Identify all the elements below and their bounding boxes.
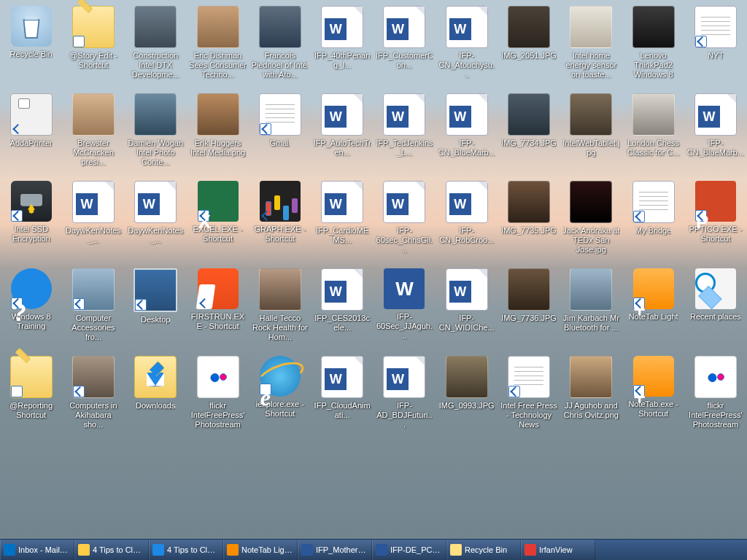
ifp-cn-atouchysu[interactable]: WIFP-CN_Atouchysu... bbox=[436, 0, 498, 88]
taskbar[interactable]: Inbox - Mailbox...4 Tips to Clean ...4 T… bbox=[0, 539, 747, 560]
francois-piednoel-icon bbox=[259, 6, 301, 48]
jim-karbach[interactable]: Jim Karbach Mr Bluetooth for ... bbox=[560, 262, 622, 350]
recent-places[interactable]: Recent places bbox=[684, 262, 746, 350]
add-a-printer[interactable]: AddaPrinter bbox=[0, 88, 62, 175]
ifp-cn-robcroo[interactable]: WIFP-CN_RobCroo... bbox=[436, 175, 498, 262]
ifp-40th-penang[interactable]: WIFP_40thPenang_I... bbox=[311, 0, 373, 88]
ifp-cardiomems[interactable]: WIFP_CardioMEMS... bbox=[311, 175, 373, 262]
intel-home-energy[interactable]: Intel home energy sensor on toaste... bbox=[560, 0, 622, 88]
francois-piednoel[interactable]: Francois Piednoel of Intel with Ato... bbox=[249, 0, 311, 88]
dayw-ken-notes1[interactable]: WDaywKenNotes_... bbox=[62, 175, 124, 262]
tb-outlook[interactable]: Inbox - Mailbox... bbox=[0, 540, 74, 560]
windows8-training-icon bbox=[11, 268, 52, 309]
flickr-ifp[interactable]: flickr IntelFreePress' Photostream bbox=[187, 350, 249, 438]
construction-intel[interactable]: Construction Intel DTX Developme... bbox=[125, 0, 187, 88]
intelwebtablet[interactable]: IntelWebTablet.jpg bbox=[560, 88, 622, 175]
intel-free-press-icon bbox=[508, 356, 550, 398]
img-7736[interactable]: IMG_7736.JPG bbox=[498, 262, 560, 350]
computers-akihabara[interactable]: Computers in Akihabara sho... bbox=[62, 350, 124, 438]
pptico-exe[interactable]: PPTICO.EXE - Shortcut bbox=[684, 175, 746, 262]
nyt[interactable]: NYT bbox=[684, 0, 746, 88]
tb-notetab[interactable]: NoteTab Light ... bbox=[223, 540, 298, 560]
windows8-training[interactable]: Windows 8 Training bbox=[0, 262, 62, 350]
tb-irfan[interactable]: IrfanView bbox=[521, 540, 595, 560]
reporting-shortcut-label: @Reporting Shortcut bbox=[2, 401, 60, 420]
downloads[interactable]: Downloads bbox=[125, 350, 187, 438]
jack-andraka[interactable]: Jack Andraka at TEDx San Jose.jpg bbox=[560, 175, 622, 262]
tb-recycle[interactable]: Recycle Bin bbox=[446, 540, 521, 560]
img-2051[interactable]: IMG_2051.JPG bbox=[498, 0, 560, 88]
lenovo-thinkpad2[interactable]: Lenovo ThinkPad2 Windows 8 Tabl... bbox=[622, 0, 684, 88]
story-edit[interactable]: @Story Edit - Shortcut bbox=[62, 0, 124, 88]
brewster-mccracken[interactable]: Brewster McCracken presi... bbox=[62, 88, 124, 175]
downloads-icon bbox=[134, 356, 177, 398]
london-chess-icon bbox=[632, 93, 675, 136]
tb-word2[interactable]: IFP-DE_PCSprin... bbox=[372, 540, 446, 560]
tb-word1[interactable]: IFP_MothersDay... bbox=[298, 540, 372, 560]
flickr-ifp-label: flickr IntelFreePress' Photostream bbox=[189, 401, 247, 429]
ifp-autotechtren[interactable]: WIFP_AutoTechTren... bbox=[311, 88, 373, 175]
dayw-ken-notes2[interactable]: WDaywKenNotes_... bbox=[125, 175, 187, 262]
ifp-tedjenkins[interactable]: WIFP_TedJenkins_L... bbox=[374, 88, 436, 175]
eric-dishman[interactable]: Eric Dishman Sees Consumer Techno... bbox=[187, 0, 249, 88]
ifp-ces2013-label: IFP_CES2013cele... bbox=[313, 314, 371, 332]
my-bridge[interactable]: My Bridge bbox=[622, 175, 684, 262]
img-0993[interactable]: IMG_0993.JPG bbox=[436, 350, 498, 438]
notetab-exe[interactable]: NoteTab.exe - Shortcut bbox=[622, 350, 684, 438]
ifp-cn-bluemarb[interactable]: WIFP-CN_BlueMarb... bbox=[436, 88, 498, 175]
dayw-ken-notes1-icon: W bbox=[72, 181, 115, 223]
excel-exe[interactable]: EXCEL.EXE - Shortcut bbox=[187, 175, 249, 262]
ifp-cn-widiche[interactable]: WIFP-CN_WIDIChe... bbox=[436, 262, 498, 350]
jj-aguhob[interactable]: JJ Aguhob and Chris Ovitz.png bbox=[560, 350, 622, 438]
intel-home-energy-icon bbox=[570, 6, 612, 48]
damien-wogan-label: Damien Wogan Intel Photo Conte... bbox=[127, 139, 185, 167]
desktop[interactable]: Desktop bbox=[125, 262, 187, 350]
tb-irfan-label: IrfanView bbox=[539, 545, 573, 554]
desktop[interactable]: Recycle Bin@Story Edit - ShortcutConstru… bbox=[0, 0, 747, 540]
img-7735-label: IMG_7735.JPG bbox=[501, 226, 557, 236]
flickr-ifp2[interactable]: flickr IntelFreePress' Photostream bbox=[684, 350, 746, 438]
halle-tecco[interactable]: Halle Tecco Rock Health for Hom... bbox=[249, 262, 311, 350]
ifp-40th-penang-icon: W bbox=[321, 6, 363, 48]
computers-akihabara-icon bbox=[72, 356, 115, 398]
tb-chrome1[interactable]: 4 Tips to Clean ... bbox=[74, 540, 149, 560]
ifp-cn-atouchysu-icon: W bbox=[446, 6, 488, 48]
tb-word2-icon bbox=[376, 544, 387, 556]
img-7734[interactable]: IMG_7734.JPG bbox=[498, 88, 560, 175]
tb-ie[interactable]: 4 Tips to Clean ... bbox=[149, 540, 223, 560]
ifp-ces2013[interactable]: WIFP_CES2013cele... bbox=[311, 262, 373, 350]
computer-accessories[interactable]: Computer Accessories fro... bbox=[62, 262, 124, 350]
gmail[interactable]: Gmail bbox=[249, 88, 311, 175]
intel-ssd-encryption[interactable]: Intel SSD Encryption bbox=[0, 175, 62, 262]
firstrun-exe[interactable]: FIRSTRUN.EXE - Shortcut bbox=[187, 262, 249, 350]
ifp-60sec-jjaguh[interactable]: IFP-60Sec_JJAguh... bbox=[374, 262, 436, 350]
ifp-60sec-jjaguh-label: IFP-60Sec_JJAguh... bbox=[376, 312, 433, 341]
ifp-ad-bdjfuturi[interactable]: WIFP-AD_BDJFuturi... bbox=[374, 350, 436, 438]
graph-exe[interactable]: GRAPH.EXE - Shortcut bbox=[249, 175, 311, 262]
construction-intel-icon bbox=[134, 6, 177, 48]
recycle-bin[interactable]: Recycle Bin bbox=[0, 0, 62, 88]
ifp-cardiomems-icon: W bbox=[321, 181, 363, 223]
damien-wogan[interactable]: Damien Wogan Intel Photo Conte... bbox=[125, 88, 187, 175]
halle-tecco-label: Halle Tecco Rock Health for Hom... bbox=[251, 314, 309, 342]
ifp-cn-bluemarb2[interactable]: WIFP-CN_BlueMarb... bbox=[684, 88, 746, 175]
img-7735[interactable]: IMG_7735.JPG bbox=[498, 175, 560, 262]
iexplore-exe[interactable]: iexplore.exe - Shortcut bbox=[249, 350, 311, 438]
london-chess[interactable]: London Chess Classic for C... bbox=[622, 88, 684, 175]
ifp-cn-bluemarb-icon: W bbox=[446, 93, 488, 136]
brewster-mccracken-label: Brewster McCracken presi... bbox=[64, 139, 122, 167]
ifp-customer-con[interactable]: WIFP_CustomerCon... bbox=[374, 0, 436, 88]
reporting-shortcut[interactable]: @Reporting Shortcut bbox=[0, 350, 62, 438]
ifp-60sec-chrisgil[interactable]: WIFP-60sec_ChrisGil... bbox=[374, 175, 436, 262]
svg-point-1 bbox=[28, 209, 34, 214]
img-7736-icon bbox=[508, 268, 550, 311]
ifp-cloudanimati[interactable]: WIFP_CloudAnimati... bbox=[311, 350, 373, 438]
intel-free-press[interactable]: Intel Free Press - Technology News bbox=[498, 350, 560, 438]
desktop-label: Desktop bbox=[141, 315, 170, 324]
add-a-printer-label: AddaPrinter bbox=[10, 139, 53, 148]
notetab-exe-label: NoteTab.exe - Shortcut bbox=[624, 400, 682, 419]
pptico-exe-icon bbox=[695, 181, 736, 222]
ifp-customer-con-icon: W bbox=[383, 6, 425, 48]
erik-huggers[interactable]: Erik Huggers Intel Media.png bbox=[187, 88, 249, 175]
notetab-light[interactable]: NoteTab Light bbox=[622, 262, 684, 350]
